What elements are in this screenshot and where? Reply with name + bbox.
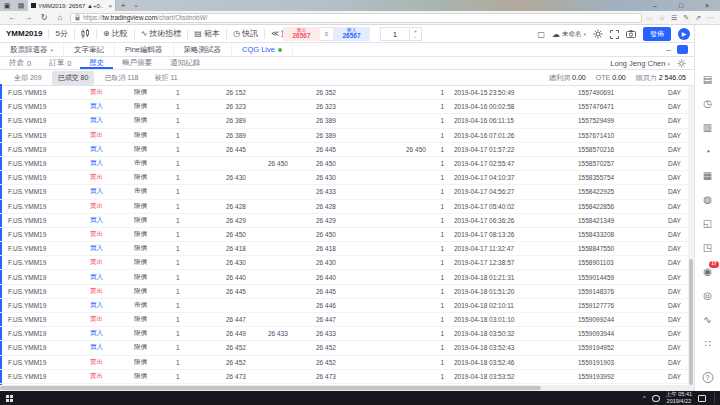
address-bar[interactable]: https://tw.tradingview.com/chart/Otsdnnb… bbox=[70, 13, 642, 23]
order-row[interactable]: F.US.YMM19 買入 市價 1 26 433 1 2019-04-17 0… bbox=[0, 185, 688, 199]
buy-button[interactable]: 買入 26567 bbox=[333, 27, 370, 41]
symbol-button[interactable]: YMM2019 bbox=[0, 25, 48, 42]
panel-tab[interactable]: Pine編輯器 bbox=[115, 43, 174, 56]
layout-select-icon[interactable]: ▢ bbox=[537, 30, 545, 39]
chart-type-button[interactable] bbox=[75, 25, 96, 42]
alert-button[interactable]: ◷ 快訊 bbox=[227, 25, 264, 42]
filter-chip[interactable]: 全部 209 bbox=[8, 71, 48, 85]
save-layout-button[interactable]: ☁ 未命名 ▾ bbox=[552, 30, 586, 39]
trading-tab[interactable]: 持倉 0 bbox=[0, 57, 40, 69]
new-tab-button[interactable]: + bbox=[116, 0, 130, 11]
taskbar-clock[interactable]: 上午 05:412019/4/22 bbox=[666, 391, 692, 404]
quantity-stepper[interactable]: 1 + − bbox=[380, 27, 422, 41]
filter-chip[interactable]: 被拒 11 bbox=[149, 71, 184, 85]
set-tabs-aside-icon[interactable]: ▤ bbox=[14, 0, 28, 11]
interval-button[interactable]: 5分 bbox=[49, 25, 73, 42]
order-row[interactable]: F.US.YMM19 賣出 限價 1 26 389 26 389 1 2019-… bbox=[0, 129, 688, 143]
order-row[interactable]: F.US.YMM19 賣出 限價 1 26 428 26 428 1 2019-… bbox=[0, 200, 688, 214]
sidebar-icon[interactable]: ▦ bbox=[701, 168, 715, 182]
help-icon[interactable]: ? bbox=[702, 372, 713, 383]
order-row[interactable]: F.US.YMM19 買入 限價 1 26 452 26 452 1 2019-… bbox=[0, 341, 688, 355]
sidebar-icon[interactable]: ▥ bbox=[701, 120, 715, 134]
reading-view-icon[interactable]: ▭ bbox=[646, 14, 653, 22]
sidebar-icon[interactable]: ◉ 17 bbox=[701, 264, 715, 278]
panel-tab[interactable]: 文字筆記 bbox=[64, 43, 115, 56]
sidebar-icon[interactable]: ◎ bbox=[701, 288, 715, 302]
trading-tab[interactable]: 通知記錄 bbox=[161, 57, 209, 69]
favorite-star-icon[interactable]: ☆ bbox=[659, 14, 665, 22]
trading-tab[interactable]: 歷史 bbox=[80, 57, 113, 69]
sidebar-icon[interactable]: ◱ bbox=[701, 216, 715, 230]
panel-settings-gear-icon[interactable] bbox=[677, 59, 686, 68]
tab-close-icon[interactable]: × bbox=[108, 3, 112, 9]
order-row[interactable]: F.US.YMM19 買入 限價 1 26 445 26 445 26 450 … bbox=[0, 143, 688, 157]
annotate-pen-icon[interactable]: ✎ bbox=[683, 14, 689, 22]
sidebar-icon[interactable]: ◔ bbox=[701, 144, 715, 158]
hub-icon[interactable]: ☰ bbox=[671, 14, 677, 22]
publish-button[interactable]: 發佈 bbox=[643, 27, 671, 41]
sidebar-icon[interactable]: ◍ bbox=[701, 192, 715, 206]
fullscreen-icon[interactable] bbox=[610, 30, 619, 39]
order-row[interactable]: F.US.YMM19 賣出 限價 1 26 445 26 445 1 2019-… bbox=[0, 285, 688, 299]
play-circle-button[interactable]: ▶ bbox=[678, 28, 690, 40]
order-row[interactable]: F.US.YMM19 賣出 限價 1 26 430 26 430 1 2019-… bbox=[0, 171, 688, 185]
home-icon[interactable]: ⌂ bbox=[54, 13, 66, 22]
account-selector[interactable]: Long Jeng Chen ▾ bbox=[610, 59, 670, 68]
panel-maximize-icon[interactable] bbox=[677, 45, 688, 54]
sell-button[interactable]: 賣出 26567 bbox=[283, 27, 320, 41]
sidebar-icon[interactable]: ▤ bbox=[701, 72, 715, 86]
order-row[interactable]: F.US.YMM19 賣出 限價 1 26 430 26 430 1 2019-… bbox=[0, 256, 688, 270]
order-row[interactable]: F.US.YMM19 買入 市價 1 26 446 1 2019-04-18 0… bbox=[0, 299, 688, 313]
filter-chip[interactable]: 已取消 118 bbox=[98, 71, 144, 85]
panel-minimize-icon[interactable]: – bbox=[666, 45, 671, 55]
order-row[interactable]: F.US.YMM19 賣出 限價 1 26 447 26 447 1 2019-… bbox=[0, 313, 688, 327]
order-row[interactable]: F.US.YMM19 賣出 限價 1 26 152 26 352 1 2019-… bbox=[0, 86, 688, 100]
tab-list-caret-icon[interactable]: ⌄ bbox=[130, 0, 142, 11]
sidebar-icon[interactable]: ∷ bbox=[701, 336, 715, 350]
order-row[interactable]: F.US.YMM19 買入 限價 1 26 418 26 418 1 2019-… bbox=[0, 242, 688, 256]
window-maximize-button[interactable]: □ bbox=[668, 0, 694, 11]
order-row[interactable]: F.US.YMM19 買入 限價 1 26 323 26 323 1 2019-… bbox=[0, 100, 688, 114]
sidebar-icon[interactable]: ◷ bbox=[701, 96, 715, 110]
trading-tab[interactable]: 帳戶摘要 bbox=[113, 57, 161, 69]
indicators-button[interactable]: ∿ 技術指標 bbox=[135, 25, 188, 42]
show-desktop-button[interactable] bbox=[714, 393, 716, 403]
panel-tab[interactable]: 股票篩選器 ▾ bbox=[0, 43, 64, 56]
refresh-icon[interactable]: ↻ bbox=[38, 13, 50, 22]
templates-button[interactable]: ▤ 範本 bbox=[188, 25, 226, 42]
order-row[interactable]: F.US.YMM19 賣出 限價 1 26 452 26 452 1 2019-… bbox=[0, 356, 688, 370]
sidebar-icon[interactable]: ◳ bbox=[701, 240, 715, 254]
order-row[interactable]: F.US.YMM19 買入 限價 1 26 449 26 433 26 433 … bbox=[0, 327, 688, 341]
share-icon[interactable]: ⇗ bbox=[695, 14, 701, 22]
trading-tab[interactable]: 訂單 0 bbox=[40, 57, 80, 69]
start-button[interactable] bbox=[0, 391, 18, 405]
order-row[interactable]: F.US.YMM19 買入 市價 1 26 450 26 450 1 2019-… bbox=[0, 157, 688, 171]
more-menu-icon[interactable]: ⋯ bbox=[707, 14, 714, 22]
qty-decrease-icon[interactable]: − bbox=[410, 34, 421, 40]
panel-tab[interactable]: 策略測試器 bbox=[174, 43, 233, 56]
order-row[interactable]: F.US.YMM19 賣出 限價 1 26 473 26 473 1 2019-… bbox=[0, 370, 688, 384]
order-row[interactable]: F.US.YMM19 買入 限價 1 26 389 26 389 1 2019-… bbox=[0, 114, 688, 128]
compare-button[interactable]: ⊕ 比較 bbox=[97, 25, 134, 42]
order-row[interactable]: F.US.YMM19 買入 限價 1 26 429 26 429 1 2019-… bbox=[0, 214, 688, 228]
settings-gear-icon[interactable] bbox=[593, 29, 603, 39]
snapshot-camera-icon[interactable] bbox=[626, 30, 636, 38]
order-row[interactable]: F.US.YMM19 買入 限價 1 26 440 26 440 1 2019-… bbox=[0, 270, 688, 284]
sidebar-icon[interactable]: ∿ bbox=[701, 312, 715, 326]
order-row[interactable]: F.US.YMM19 賣出 限價 1 26 450 26 450 1 2019-… bbox=[0, 228, 688, 242]
cell-filled-qty: 1 bbox=[428, 245, 444, 252]
tray-app-icon[interactable] bbox=[652, 395, 660, 402]
tab-preview-icon[interactable]: ▣ bbox=[0, 0, 14, 11]
cell-fill-price: 26 428 bbox=[308, 203, 370, 210]
forward-icon[interactable]: → bbox=[22, 13, 34, 22]
cell-order-id: 1559194952 bbox=[558, 344, 654, 351]
action-center-icon[interactable] bbox=[698, 395, 706, 402]
filter-chip[interactable]: 已成交 80 bbox=[52, 71, 95, 85]
window-close-button[interactable]: × bbox=[694, 0, 720, 11]
window-minimize-button[interactable]: – bbox=[642, 0, 668, 11]
browser-tab[interactable]: YMM2019: 26567 ▲+0.. × bbox=[28, 0, 116, 11]
panel-tab[interactable]: CQG Live bbox=[232, 43, 293, 56]
back-icon[interactable]: ← bbox=[6, 13, 18, 22]
cell-time: 2019-04-18 03:01:10 bbox=[444, 316, 558, 323]
tray-chevron-icon[interactable]: ^ bbox=[643, 395, 646, 401]
